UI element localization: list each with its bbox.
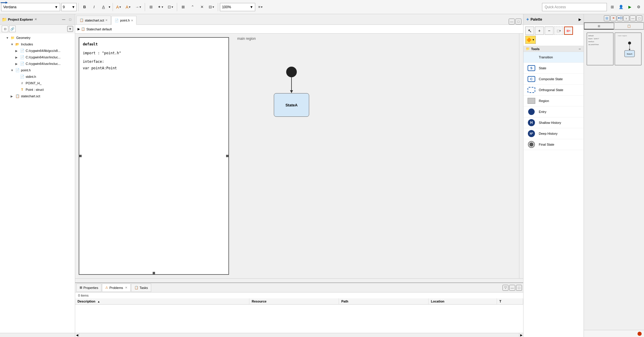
- tab-point-h-close[interactable]: ✕: [131, 19, 133, 22]
- palette-item-final-state[interactable]: Final State: [523, 139, 584, 150]
- palette-color-btn[interactable]: 🔶▼: [525, 36, 536, 44]
- minimap-tab2[interactable]: 📋: [614, 22, 644, 29]
- play-btn[interactable]: ▶: [626, 3, 634, 11]
- point-h-expand[interactable]: ▼: [11, 69, 15, 72]
- minimap-btn3[interactable]: ✦D: [617, 15, 623, 21]
- palette-item-shallow-history[interactable]: H Shallow History: [523, 117, 584, 128]
- underline-button[interactable]: A: [99, 3, 108, 11]
- tree-item-stdint[interactable]: ▶ 📄 stdint.h: [0, 73, 75, 80]
- bottom-scroll-left[interactable]: ◀: [75, 333, 79, 337]
- format-btn3[interactable]: ⊡▼: [166, 3, 175, 11]
- highlight-btn[interactable]: A▼: [124, 3, 132, 11]
- usr-inclu1-expand[interactable]: ▶: [15, 56, 19, 59]
- minimap-tab1[interactable]: ⊞: [584, 22, 614, 29]
- stateA-box[interactable]: StateA: [274, 93, 309, 117]
- palette-item-region[interactable]: Region: [523, 96, 584, 106]
- italic-button[interactable]: I: [90, 3, 98, 11]
- bottom-filter-btn[interactable]: ▽: [503, 285, 508, 291]
- editor-minimize-btn[interactable]: —: [509, 19, 515, 24]
- font-size-value: 9: [63, 5, 65, 9]
- font-size-selector[interactable]: 9 ▼: [61, 3, 77, 11]
- editor-split-area: default import : "point.h" interface: va…: [75, 34, 523, 278]
- statechart-expand[interactable]: ▶: [11, 95, 15, 98]
- palette-zoom-in-btn[interactable]: +: [535, 27, 544, 35]
- tree-item-usr-inclu2[interactable]: ▶ 📄 C:/cygwin64/usr/incluc...: [0, 60, 75, 67]
- tree-item-point-h-def[interactable]: ▶ # POINT_H_: [0, 80, 75, 86]
- minimap-maximize[interactable]: □: [636, 15, 642, 21]
- settings-btn[interactable]: ⚙: [635, 3, 643, 11]
- resize-handle-bottom[interactable]: [153, 272, 155, 274]
- minimap-btn4[interactable]: ₂: [623, 15, 629, 21]
- maximize-btn[interactable]: □: [67, 17, 73, 22]
- menu-btn[interactable]: ▼: [67, 26, 73, 32]
- explorer-hscroll[interactable]: [0, 333, 75, 337]
- tree-item-point-struct[interactable]: ▶ T Point : struct: [0, 86, 75, 93]
- bottom-scroll-right[interactable]: ▶: [519, 333, 523, 337]
- arrow-btn[interactable]: →▼: [134, 3, 143, 11]
- minimap-btn2[interactable]: ✕: [610, 15, 616, 21]
- palette-select-btn[interactable]: ⬚+: [554, 27, 563, 35]
- separator-1: [78, 3, 79, 11]
- palette-tools-section[interactable]: 📁 Tools ↔: [523, 46, 584, 52]
- col-t: T: [497, 298, 523, 304]
- tree-item-geometry[interactable]: ▼ 📁 Geometry: [0, 34, 75, 41]
- tab-tasks[interactable]: 📋 Tasks: [131, 284, 151, 292]
- layout-btn[interactable]: ≡▼: [256, 3, 265, 11]
- action-btn2[interactable]: ⌃: [188, 3, 197, 11]
- action-btn1[interactable]: ⊠: [179, 3, 187, 11]
- tab-statechart[interactable]: 📋 statechart.sct ✕: [76, 16, 111, 24]
- palette-item-transition[interactable]: Transition: [523, 52, 584, 63]
- minimize-btn[interactable]: —: [61, 17, 67, 22]
- tab-properties[interactable]: ⊞ Properties: [76, 284, 101, 292]
- stateA-label: StateA: [285, 103, 297, 107]
- action-btn3[interactable]: ✕: [198, 3, 206, 11]
- items-count: 0 items: [75, 292, 523, 298]
- lib-gcc-expand[interactable]: ▶: [15, 49, 19, 52]
- collapse-all-btn[interactable]: ⊟: [2, 26, 8, 32]
- geometry-expand[interactable]: ▼: [6, 36, 10, 40]
- zoom-selector[interactable]: 100% ▼: [220, 3, 255, 11]
- font-family-selector[interactable]: Verdana ▼: [1, 3, 60, 11]
- bottom-minimize-btn[interactable]: —: [509, 285, 515, 291]
- palette-item-deep-history[interactable]: H* Deep History: [523, 128, 584, 139]
- minimap-btn1[interactable]: ⊞: [604, 15, 610, 21]
- bold-button[interactable]: B: [80, 3, 89, 11]
- person-btn[interactable]: 👤: [617, 3, 625, 11]
- tab-problems-close[interactable]: ✕: [125, 286, 127, 289]
- tree-item-lib-gcc[interactable]: ▶ 📄 C:/cygwin64/lib/gcc/x8...: [0, 47, 75, 54]
- minimap-minimize[interactable]: —: [630, 15, 636, 21]
- diagram-vscroll[interactable]: [519, 34, 523, 278]
- format-btn2[interactable]: ✦▼: [156, 3, 165, 11]
- action-btn4[interactable]: ⊟▼: [207, 3, 216, 11]
- includes-expand[interactable]: ▼: [11, 43, 15, 46]
- project-explorer-header: 📁 Project Explorer ✕ — □: [0, 14, 75, 25]
- tab-problems[interactable]: ⚠ Problems ✕: [102, 284, 130, 292]
- palette-item-entry[interactable]: Entry: [523, 106, 584, 117]
- tree-item-point-h[interactable]: ▼ 📄 point.h: [0, 67, 75, 73]
- palette-expand-btn[interactable]: ▶: [579, 17, 581, 22]
- palette-item-orthogonal[interactable]: Orthogonal State: [523, 85, 584, 96]
- tab-statechart-close[interactable]: ✕: [105, 19, 108, 22]
- palette-item-composite[interactable]: C Composite State: [523, 74, 584, 85]
- view-btn1[interactable]: ⊞: [608, 3, 616, 11]
- resize-handle-left[interactable]: [79, 155, 82, 157]
- diagram-hscroll[interactable]: [75, 279, 523, 283]
- tree-item-statechart[interactable]: ▶ 📋 statechart.sct: [0, 93, 75, 99]
- diagram-canvas[interactable]: main region StateA: [233, 34, 519, 278]
- tab-point-h[interactable]: 📄 point.h ✕: [111, 16, 136, 25]
- quick-access-search[interactable]: Quick Access: [542, 3, 607, 11]
- palette-cursor-btn[interactable]: ↖: [525, 27, 534, 35]
- palette-zoom-out-btn[interactable]: −: [545, 27, 554, 35]
- usr-inclu2-expand[interactable]: ▶: [15, 62, 19, 65]
- resize-handle-right[interactable]: [226, 155, 228, 157]
- tree-item-includes[interactable]: ▼ 📂 Includes: [0, 41, 75, 47]
- bottom-hscroll[interactable]: [79, 333, 519, 337]
- tree-item-usr-inclu1[interactable]: ▶ 📄 C:/cygwin64/usr/incluc...: [0, 54, 75, 60]
- color-btn[interactable]: A▼: [115, 3, 123, 11]
- bottom-maximize-btn[interactable]: □: [516, 285, 522, 291]
- palette-snap-btn[interactable]: ⊞+: [564, 27, 573, 35]
- editor-maximize-btn[interactable]: □: [515, 19, 521, 24]
- format-btn1[interactable]: ⊞: [147, 3, 155, 11]
- palette-item-state[interactable]: S State: [523, 63, 584, 74]
- link-btn[interactable]: 🔗: [9, 26, 16, 32]
